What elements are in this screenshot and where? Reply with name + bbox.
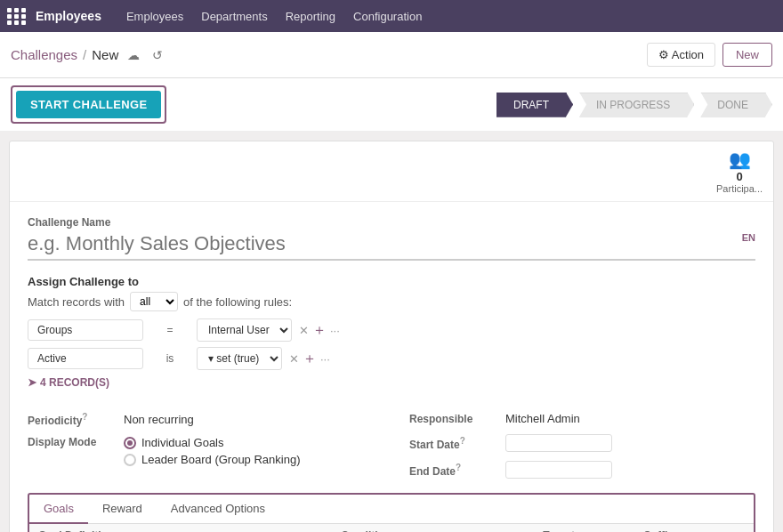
app-brand: Employees bbox=[36, 9, 101, 23]
participants-bar: 👥 0 Participa... bbox=[10, 141, 773, 202]
rule2-more-icon[interactable]: ··· bbox=[320, 352, 330, 366]
end-date-input[interactable] bbox=[505, 461, 612, 479]
radio-leaderboard-dot bbox=[124, 454, 136, 466]
challenge-name-input[interactable] bbox=[28, 232, 755, 255]
action-bar: START CHALLENGE DRAFT IN PROGRESS DONE bbox=[0, 78, 783, 132]
tabs-header: Goals Reward Advanced Options bbox=[29, 495, 754, 524]
participants-label: Participa... bbox=[716, 183, 763, 194]
rule2-value-select[interactable]: ▾ set (true) bbox=[197, 347, 282, 370]
upload-icon[interactable]: ☁ bbox=[124, 46, 143, 64]
rule1-field: Groups bbox=[28, 319, 143, 341]
rule2-operator: is bbox=[143, 352, 197, 365]
responsible-value: Mitchell Admin bbox=[505, 412, 580, 425]
start-date-input[interactable] bbox=[505, 434, 612, 452]
nav-departments[interactable]: Departments bbox=[192, 0, 276, 32]
end-date-field: End Date? bbox=[409, 461, 755, 479]
form-right-col: Responsible Mitchell Admin Start Date? E… bbox=[409, 412, 755, 479]
radio-individual[interactable]: Individual Goals bbox=[124, 436, 301, 449]
records-text: 4 RECORD(S) bbox=[40, 376, 109, 389]
participants-widget[interactable]: 👥 0 Participa... bbox=[716, 149, 763, 194]
en-badge: EN bbox=[742, 232, 755, 243]
goals-table-header: Goal Definition Condition Target Suffix bbox=[29, 524, 754, 532]
match-select[interactable]: all any bbox=[130, 292, 178, 311]
tab-goals[interactable]: Goals bbox=[29, 495, 88, 524]
second-bar: Challenges / New ☁ ↺ ⚙ Action New bbox=[0, 32, 783, 78]
rule-row-groups: Groups = Internal User ✕ ＋ ··· bbox=[28, 318, 755, 342]
rule2-field: Active bbox=[28, 348, 143, 369]
records-link[interactable]: ➤ 4 RECORD(S) bbox=[28, 376, 109, 389]
assign-label: Assign Challenge to bbox=[28, 275, 755, 288]
assign-match-row: Match records with all any of the follow… bbox=[28, 292, 755, 311]
display-mode-options: Individual Goals Leader Board (Group Ran… bbox=[124, 436, 301, 466]
form-fields-grid: Periodicity? Non recurring Display Mode … bbox=[28, 412, 755, 479]
rule2-add-icon[interactable]: ＋ bbox=[303, 350, 317, 368]
radio-leaderboard-label: Leader Board (Group Ranking) bbox=[141, 453, 301, 466]
responsible-field: Responsible Mitchell Admin bbox=[409, 412, 755, 425]
tab-reward[interactable]: Reward bbox=[88, 495, 157, 524]
form-left-col: Periodicity? Non recurring Display Mode … bbox=[28, 412, 374, 479]
participants-count: 0 bbox=[736, 170, 742, 183]
top-navigation: Employees Employees Departments Reportin… bbox=[0, 0, 783, 32]
form-body: Challenge Name EN Assign Challenge to Ma… bbox=[10, 202, 773, 532]
rule1-actions: ✕ ＋ ··· bbox=[299, 321, 340, 340]
tabs-container: Goals Reward Advanced Options Goal Defin… bbox=[28, 493, 755, 532]
status-in-progress[interactable]: IN PROGRESS bbox=[572, 93, 694, 117]
rule1-remove-icon[interactable]: ✕ bbox=[299, 324, 309, 337]
radio-individual-dot bbox=[124, 437, 136, 449]
responsible-label: Responsible bbox=[409, 413, 498, 425]
display-mode-field: Display Mode Individual Goals Leader Boa… bbox=[28, 436, 374, 466]
rule-row-active: Active is ▾ set (true) ✕ ＋ ··· bbox=[28, 347, 755, 370]
end-date-help: ? bbox=[456, 463, 461, 472]
challenge-name-area: EN bbox=[28, 232, 755, 261]
status-bar: DRAFT IN PROGRESS DONE bbox=[496, 93, 772, 117]
display-mode-label: Display Mode bbox=[28, 436, 117, 448]
periodicity-value: Non recurring bbox=[124, 413, 194, 426]
breadcrumb-new: New bbox=[92, 47, 118, 62]
breadcrumb-separator: / bbox=[83, 47, 86, 62]
form-card: 👥 0 Participa... Challenge Name EN Assig… bbox=[9, 141, 774, 532]
tab-advanced-options[interactable]: Advanced Options bbox=[157, 495, 279, 524]
match-text: Match records with bbox=[28, 295, 125, 309]
end-date-label: End Date? bbox=[409, 463, 498, 478]
rule2-remove-icon[interactable]: ✕ bbox=[289, 352, 299, 366]
radio-leaderboard[interactable]: Leader Board (Group Ranking) bbox=[124, 453, 301, 466]
participants-icon: 👥 bbox=[729, 149, 751, 170]
action-bar-left: START CHALLENGE bbox=[11, 85, 166, 124]
status-done[interactable]: DONE bbox=[693, 93, 772, 117]
rule1-value-select[interactable]: Internal User bbox=[197, 318, 292, 342]
nav-reporting[interactable]: Reporting bbox=[277, 0, 344, 32]
start-date-help: ? bbox=[460, 436, 465, 446]
start-date-field: Start Date? bbox=[409, 434, 755, 452]
nav-employees[interactable]: Employees bbox=[117, 0, 192, 32]
rule1-more-icon[interactable]: ··· bbox=[330, 324, 340, 337]
following-rules-text: of the following rules: bbox=[183, 295, 292, 309]
rule2-actions: ✕ ＋ ··· bbox=[289, 350, 330, 368]
start-date-label: Start Date? bbox=[409, 436, 498, 451]
action-button[interactable]: ⚙ Action bbox=[647, 43, 715, 67]
status-draft[interactable]: DRAFT bbox=[496, 93, 573, 117]
radio-individual-label: Individual Goals bbox=[141, 436, 224, 449]
periodicity-field: Periodicity? Non recurring bbox=[28, 412, 374, 427]
apps-grid-icon[interactable] bbox=[7, 8, 27, 25]
challenge-name-input-wrapper bbox=[28, 232, 755, 261]
refresh-icon[interactable]: ↺ bbox=[149, 46, 166, 64]
nav-configuration[interactable]: Configuration bbox=[344, 0, 431, 32]
second-bar-actions: ⚙ Action New bbox=[647, 43, 772, 67]
periodicity-label: Periodicity? bbox=[28, 412, 117, 427]
main-content: 👥 0 Participa... Challenge Name EN Assig… bbox=[0, 132, 783, 532]
start-challenge-button[interactable]: START CHALLENGE bbox=[16, 91, 161, 118]
records-arrow: ➤ bbox=[28, 376, 36, 389]
rule1-add-icon[interactable]: ＋ bbox=[312, 321, 327, 340]
breadcrumb-challenges[interactable]: Challenges bbox=[11, 47, 77, 62]
new-button[interactable]: New bbox=[722, 43, 772, 67]
challenge-name-label: Challenge Name bbox=[28, 216, 755, 229]
assign-section: Assign Challenge to Match records with a… bbox=[28, 275, 755, 401]
goals-table: Goal Definition Condition Target Suffix … bbox=[29, 524, 754, 532]
rule1-operator: = bbox=[143, 324, 197, 336]
periodicity-help: ? bbox=[82, 412, 87, 422]
breadcrumb: Challenges / New ☁ ↺ bbox=[11, 46, 166, 64]
